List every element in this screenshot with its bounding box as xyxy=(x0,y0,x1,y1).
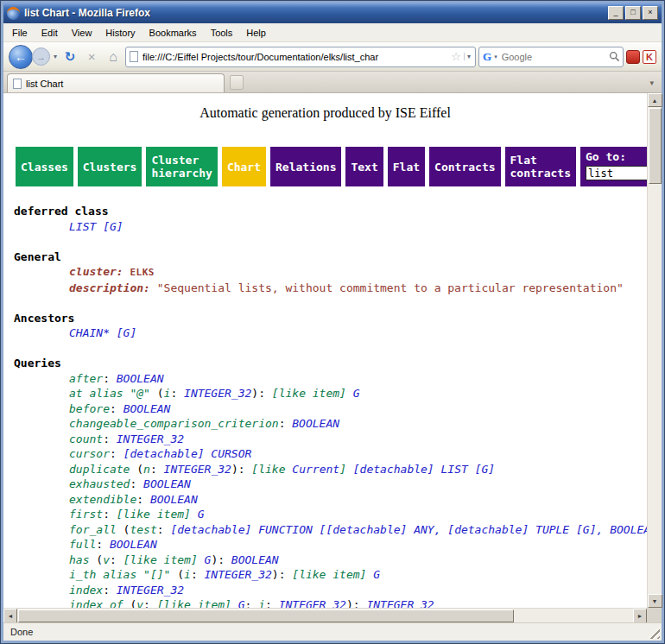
forward-button[interactable]: → xyxy=(32,47,50,66)
tab-bar: list Chart ▾ xyxy=(3,72,662,93)
doc-content: deferred classLIST [G] Generalcluster: E… xyxy=(14,204,647,608)
firefox-icon xyxy=(7,7,20,20)
scroll-left-icon[interactable]: ◄ xyxy=(3,609,17,623)
page-heading: Automatic generation produced by ISE Eif… xyxy=(14,105,636,121)
navbtn-contracts[interactable]: Contracts xyxy=(429,147,500,186)
doc-line: index_of (v: [like item] G; i: INTEGER_3… xyxy=(14,597,647,608)
doc-line: i_th alias "[]" (i: INTEGER_32): [like i… xyxy=(14,567,647,583)
page-viewport: Automatic generation produced by ISE Eif… xyxy=(3,93,647,608)
doc-line: full: BOOLEAN xyxy=(14,537,647,552)
doc-navbar: ClassesClustersCluster hierarchyChartRel… xyxy=(16,147,647,186)
nav-toolbar: ← → ▾ ↻ × ⌂ ☆ ▾ G ▾ K xyxy=(3,42,662,72)
doc-line: deferred class xyxy=(14,204,647,219)
doc-line: LIST [G] xyxy=(14,219,647,235)
doc-line: count: INTEGER_32 xyxy=(14,432,647,447)
status-text: Done xyxy=(10,627,33,637)
status-bar: Done xyxy=(3,622,662,641)
back-arrow-icon: ← xyxy=(15,50,27,64)
doc-line: exhausted: BOOLEAN xyxy=(14,477,647,492)
extension-icon[interactable] xyxy=(626,50,640,64)
search-magnifier-icon[interactable] xyxy=(609,51,620,62)
window-title: list Chart - Mozilla Firefox xyxy=(24,7,604,19)
tab-strip-button[interactable] xyxy=(230,75,244,90)
doc-line: duplicate (n: INTEGER_32): [like Current… xyxy=(14,462,647,477)
bookmark-star-icon[interactable]: ☆ xyxy=(451,51,461,62)
scroll-up-icon[interactable]: ▲ xyxy=(648,93,662,107)
close-icon[interactable]: × xyxy=(643,6,658,20)
doc-line: for_all (test: [detachable] FUNCTION [[d… xyxy=(14,522,647,538)
doc-line xyxy=(14,234,647,249)
doc-line: at alias "@" (i: INTEGER_32): [like item… xyxy=(14,386,647,401)
doc-line: Ancestors xyxy=(14,311,647,326)
navbtn-classes[interactable]: Classes xyxy=(16,147,73,186)
doc-line: cursor: [detachable] CURSOR xyxy=(14,446,647,462)
doc-line: before: BOOLEAN xyxy=(14,401,647,417)
nav-buttons: ClassesClustersCluster hierarchyChartRel… xyxy=(16,147,576,186)
tab-favicon-icon xyxy=(13,79,22,89)
goto-input[interactable] xyxy=(586,166,647,180)
back-button[interactable]: ← xyxy=(9,45,33,69)
horizontal-scroll-thumb[interactable] xyxy=(18,609,514,622)
maximize-icon[interactable]: □ xyxy=(625,6,641,20)
menu-edit[interactable]: Edit xyxy=(35,25,65,41)
goto-box: Go to: xyxy=(580,147,647,186)
doc-line: changeable_comparison_criterion: BOOLEAN xyxy=(14,416,647,432)
search-engine-dropdown-icon[interactable]: ▾ xyxy=(494,54,497,60)
doc-line: General xyxy=(14,249,647,265)
doc-line xyxy=(14,341,647,357)
navbtn-flat-contracts[interactable]: Flat contracts xyxy=(505,147,576,186)
list-all-tabs-icon[interactable]: ▾ xyxy=(649,79,658,89)
doc-line: after: BOOLEAN xyxy=(14,371,647,387)
doc-line: has (v: [like item] G): BOOLEAN xyxy=(14,552,647,568)
content-area: Automatic generation produced by ISE Eif… xyxy=(3,93,662,622)
home-button[interactable]: ⌂ xyxy=(104,47,123,66)
doc-line: index: INTEGER_32 xyxy=(14,583,647,598)
doc-line: Queries xyxy=(14,356,647,371)
title-bar[interactable]: list Chart - Mozilla Firefox _ □ × xyxy=(3,3,662,23)
scrollbar-corner xyxy=(647,608,662,622)
menu-view[interactable]: View xyxy=(65,25,99,41)
menu-file[interactable]: File xyxy=(5,25,35,41)
navbtn-flat[interactable]: Flat xyxy=(388,147,425,186)
tab-list-chart[interactable]: list Chart xyxy=(7,73,225,92)
menu-bookmarks[interactable]: Bookmarks xyxy=(142,25,204,41)
menu-tools[interactable]: Tools xyxy=(204,25,240,41)
window-controls: _ □ × xyxy=(608,6,658,20)
stop-button[interactable]: × xyxy=(82,47,101,66)
forward-arrow-icon: → xyxy=(36,52,46,62)
doc-line: cluster: ELKS xyxy=(14,264,647,281)
search-bar: G ▾ xyxy=(478,47,624,67)
menu-help[interactable]: Help xyxy=(239,25,273,41)
navbtn-cluster-hierarchy[interactable]: Cluster hierarchy xyxy=(146,147,217,186)
horizontal-scrollbar[interactable]: ◄ ► xyxy=(3,608,647,622)
doc-line: first: [like item] G xyxy=(14,507,647,522)
vertical-scroll-thumb[interactable] xyxy=(649,108,662,184)
minimize-icon[interactable]: _ xyxy=(608,6,624,20)
resize-grip[interactable] xyxy=(648,627,660,639)
doc-line: description: "Sequential lists, without … xyxy=(14,281,647,296)
url-dropdown-icon[interactable]: ▾ xyxy=(464,53,473,60)
scroll-down-icon[interactable]: ▼ xyxy=(648,594,662,608)
kaspersky-icon[interactable]: K xyxy=(643,50,656,64)
navbtn-relations[interactable]: Relations xyxy=(270,147,341,186)
goto-label: Go to: xyxy=(586,150,647,163)
tab-label: list Chart xyxy=(26,79,63,89)
navbtn-text[interactable]: Text xyxy=(345,147,383,186)
url-bar: ☆ ▾ xyxy=(125,47,476,67)
scroll-right-icon[interactable]: ► xyxy=(633,609,647,623)
menu-history[interactable]: History xyxy=(98,25,142,41)
menu-bar: FileEditViewHistoryBookmarksToolsHelp xyxy=(3,23,662,42)
doc-line: extendible: BOOLEAN xyxy=(14,492,647,508)
search-input[interactable] xyxy=(500,51,606,63)
history-dropdown-icon[interactable]: ▾ xyxy=(53,53,58,60)
vertical-scrollbar[interactable]: ▲ ▼ xyxy=(647,93,662,608)
url-input[interactable] xyxy=(141,51,448,63)
firefox-window: list Chart - Mozilla Firefox _ □ × FileE… xyxy=(0,0,665,644)
doc-line xyxy=(14,295,647,311)
doc-line: CHAIN* [G] xyxy=(14,325,647,341)
reload-button[interactable]: ↻ xyxy=(60,47,79,66)
google-icon: G xyxy=(483,50,491,64)
navbtn-clusters[interactable]: Clusters xyxy=(78,147,142,186)
page-favicon-icon xyxy=(130,51,138,62)
navbtn-chart[interactable]: Chart xyxy=(222,147,266,186)
